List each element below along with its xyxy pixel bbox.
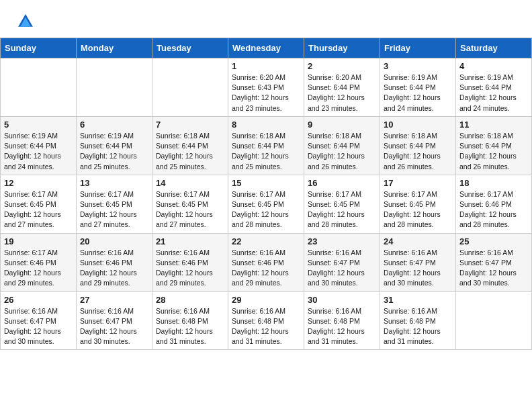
calendar-week-row: 5Sunrise: 6:19 AM Sunset: 6:44 PM Daylig…: [1, 116, 532, 175]
day-content: Sunrise: 6:17 AM Sunset: 6:45 PM Dayligh…: [384, 189, 452, 230]
day-number: 24: [384, 236, 452, 246]
day-number: 7: [156, 120, 224, 130]
calendar-day-cell: 17Sunrise: 6:17 AM Sunset: 6:45 PM Dayli…: [380, 175, 456, 233]
day-number: 10: [384, 120, 452, 130]
day-number: 4: [459, 61, 528, 71]
day-number: 22: [232, 236, 300, 246]
day-number: 19: [4, 236, 73, 246]
day-content: Sunrise: 6:17 AM Sunset: 6:45 PM Dayligh…: [308, 189, 376, 230]
day-number: 1: [232, 61, 300, 71]
calendar-empty-cell: [77, 58, 152, 117]
logo: [16, 12, 38, 31]
day-content: Sunrise: 6:18 AM Sunset: 6:44 PM Dayligh…: [308, 131, 376, 172]
day-number: 12: [4, 178, 73, 188]
day-content: Sunrise: 6:17 AM Sunset: 6:45 PM Dayligh…: [156, 189, 224, 230]
col-header-thursday: Thursday: [304, 38, 380, 58]
day-number: 15: [232, 178, 300, 188]
calendar-day-cell: 28Sunrise: 6:16 AM Sunset: 6:48 PM Dayli…: [152, 291, 228, 350]
day-content: Sunrise: 6:16 AM Sunset: 6:47 PM Dayligh…: [459, 248, 528, 289]
day-content: Sunrise: 6:18 AM Sunset: 6:44 PM Dayligh…: [232, 131, 300, 172]
calendar-week-row: 1Sunrise: 6:20 AM Sunset: 6:43 PM Daylig…: [1, 58, 532, 117]
day-content: Sunrise: 6:18 AM Sunset: 6:44 PM Dayligh…: [156, 131, 224, 172]
day-number: 25: [459, 236, 528, 246]
calendar-day-cell: 8Sunrise: 6:18 AM Sunset: 6:44 PM Daylig…: [228, 116, 304, 175]
calendar-day-cell: 31Sunrise: 6:16 AM Sunset: 6:48 PM Dayli…: [380, 291, 456, 350]
col-header-sunday: Sunday: [1, 38, 77, 58]
day-content: Sunrise: 6:16 AM Sunset: 6:46 PM Dayligh…: [80, 248, 148, 289]
day-number: 26: [4, 295, 73, 305]
day-number: 27: [80, 295, 148, 305]
calendar-day-cell: 13Sunrise: 6:17 AM Sunset: 6:45 PM Dayli…: [77, 175, 152, 233]
col-header-monday: Monday: [77, 38, 152, 58]
day-number: 14: [156, 178, 224, 188]
calendar-header-row: SundayMondayTuesdayWednesdayThursdayFrid…: [1, 38, 532, 58]
calendar-day-cell: 14Sunrise: 6:17 AM Sunset: 6:45 PM Dayli…: [152, 175, 228, 233]
day-number: 5: [4, 120, 73, 130]
calendar-day-cell: 23Sunrise: 6:16 AM Sunset: 6:47 PM Dayli…: [304, 233, 380, 291]
day-content: Sunrise: 6:16 AM Sunset: 6:46 PM Dayligh…: [156, 248, 224, 289]
day-content: Sunrise: 6:18 AM Sunset: 6:44 PM Dayligh…: [459, 131, 528, 172]
calendar-day-cell: 15Sunrise: 6:17 AM Sunset: 6:45 PM Dayli…: [228, 175, 304, 233]
day-content: Sunrise: 6:20 AM Sunset: 6:44 PM Dayligh…: [308, 73, 376, 113]
calendar-day-cell: 4Sunrise: 6:19 AM Sunset: 6:44 PM Daylig…: [456, 58, 532, 117]
day-number: 23: [308, 236, 376, 246]
day-content: Sunrise: 6:18 AM Sunset: 6:44 PM Dayligh…: [384, 131, 452, 172]
calendar-day-cell: 22Sunrise: 6:16 AM Sunset: 6:46 PM Dayli…: [228, 233, 304, 291]
calendar-week-row: 12Sunrise: 6:17 AM Sunset: 6:45 PM Dayli…: [1, 175, 532, 233]
calendar-empty-cell: [1, 58, 77, 117]
calendar-day-cell: 2Sunrise: 6:20 AM Sunset: 6:44 PM Daylig…: [304, 58, 380, 117]
day-number: 29: [232, 295, 300, 305]
day-content: Sunrise: 6:19 AM Sunset: 6:44 PM Dayligh…: [4, 131, 73, 172]
calendar-day-cell: 30Sunrise: 6:16 AM Sunset: 6:48 PM Dayli…: [304, 291, 380, 350]
calendar-empty-cell: [456, 291, 532, 350]
day-content: Sunrise: 6:19 AM Sunset: 6:44 PM Dayligh…: [80, 131, 148, 172]
day-number: 18: [459, 178, 528, 188]
day-number: 8: [232, 120, 300, 130]
day-content: Sunrise: 6:16 AM Sunset: 6:48 PM Dayligh…: [308, 306, 376, 347]
day-number: 20: [80, 236, 148, 246]
logo-icon: [16, 12, 35, 31]
day-number: 3: [384, 61, 452, 71]
page-header: [0, 0, 532, 38]
day-content: Sunrise: 6:16 AM Sunset: 6:46 PM Dayligh…: [232, 248, 300, 289]
day-number: 9: [308, 120, 376, 130]
day-number: 6: [80, 120, 148, 130]
day-content: Sunrise: 6:20 AM Sunset: 6:43 PM Dayligh…: [232, 73, 300, 113]
calendar-day-cell: 26Sunrise: 6:16 AM Sunset: 6:47 PM Dayli…: [1, 291, 77, 350]
col-header-friday: Friday: [380, 38, 456, 58]
calendar-day-cell: 7Sunrise: 6:18 AM Sunset: 6:44 PM Daylig…: [152, 116, 228, 175]
day-content: Sunrise: 6:16 AM Sunset: 6:48 PM Dayligh…: [156, 306, 224, 347]
col-header-wednesday: Wednesday: [228, 38, 304, 58]
day-content: Sunrise: 6:16 AM Sunset: 6:48 PM Dayligh…: [384, 306, 452, 347]
day-content: Sunrise: 6:19 AM Sunset: 6:44 PM Dayligh…: [459, 73, 528, 113]
calendar-empty-cell: [152, 58, 228, 117]
day-number: 21: [156, 236, 224, 246]
calendar-day-cell: 18Sunrise: 6:17 AM Sunset: 6:46 PM Dayli…: [456, 175, 532, 233]
day-number: 2: [308, 61, 376, 71]
day-number: 31: [384, 295, 452, 305]
day-number: 16: [308, 178, 376, 188]
calendar-day-cell: 9Sunrise: 6:18 AM Sunset: 6:44 PM Daylig…: [304, 116, 380, 175]
day-content: Sunrise: 6:17 AM Sunset: 6:45 PM Dayligh…: [80, 189, 148, 230]
day-content: Sunrise: 6:16 AM Sunset: 6:47 PM Dayligh…: [308, 248, 376, 289]
day-number: 28: [156, 295, 224, 305]
calendar-day-cell: 3Sunrise: 6:19 AM Sunset: 6:44 PM Daylig…: [380, 58, 456, 117]
calendar-day-cell: 24Sunrise: 6:16 AM Sunset: 6:47 PM Dayli…: [380, 233, 456, 291]
calendar-day-cell: 21Sunrise: 6:16 AM Sunset: 6:46 PM Dayli…: [152, 233, 228, 291]
calendar-day-cell: 11Sunrise: 6:18 AM Sunset: 6:44 PM Dayli…: [456, 116, 532, 175]
calendar-day-cell: 29Sunrise: 6:16 AM Sunset: 6:48 PM Dayli…: [228, 291, 304, 350]
calendar-day-cell: 25Sunrise: 6:16 AM Sunset: 6:47 PM Dayli…: [456, 233, 532, 291]
calendar-week-row: 26Sunrise: 6:16 AM Sunset: 6:47 PM Dayli…: [1, 291, 532, 350]
calendar-day-cell: 12Sunrise: 6:17 AM Sunset: 6:45 PM Dayli…: [1, 175, 77, 233]
calendar-day-cell: 20Sunrise: 6:16 AM Sunset: 6:46 PM Dayli…: [77, 233, 152, 291]
calendar-day-cell: 1Sunrise: 6:20 AM Sunset: 6:43 PM Daylig…: [228, 58, 304, 117]
calendar-table: SundayMondayTuesdayWednesdayThursdayFrid…: [0, 38, 532, 350]
day-content: Sunrise: 6:17 AM Sunset: 6:46 PM Dayligh…: [459, 189, 528, 230]
day-number: 30: [308, 295, 376, 305]
day-content: Sunrise: 6:17 AM Sunset: 6:46 PM Dayligh…: [4, 248, 73, 289]
day-content: Sunrise: 6:16 AM Sunset: 6:47 PM Dayligh…: [384, 248, 452, 289]
calendar-day-cell: 19Sunrise: 6:17 AM Sunset: 6:46 PM Dayli…: [1, 233, 77, 291]
day-content: Sunrise: 6:17 AM Sunset: 6:45 PM Dayligh…: [232, 189, 300, 230]
day-number: 11: [459, 120, 528, 130]
day-content: Sunrise: 6:16 AM Sunset: 6:47 PM Dayligh…: [4, 306, 73, 347]
